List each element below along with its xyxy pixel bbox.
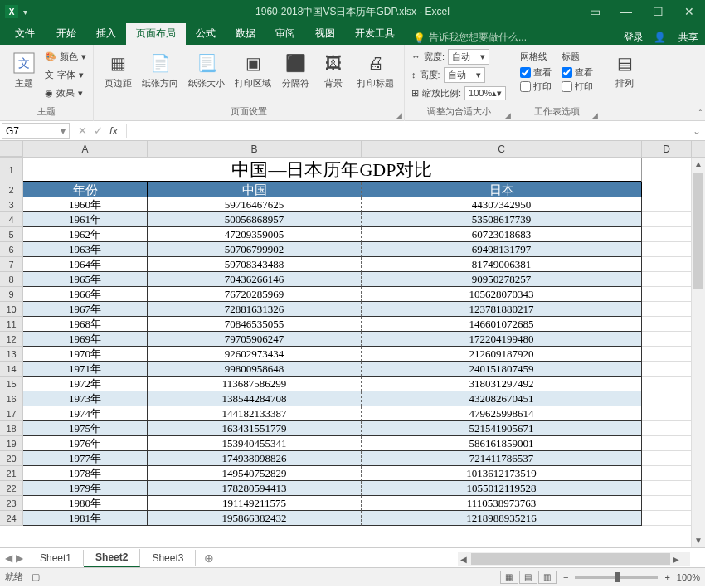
tab-page-layout[interactable]: 页面布局 [126, 22, 186, 45]
cell[interactable]: 76720285969 [148, 287, 362, 302]
maximize-button[interactable]: ☐ [642, 0, 673, 23]
row-header[interactable]: 22 [0, 481, 23, 496]
row-header[interactable]: 13 [0, 347, 23, 362]
print-area-button[interactable]: ▣打印区域 [231, 48, 275, 105]
cell[interactable]: 1978年 [23, 466, 148, 481]
cell[interactable]: 1963年 [23, 242, 148, 257]
row-header[interactable]: 18 [0, 421, 23, 436]
sheet-nav-next[interactable]: ▶ [16, 552, 23, 564]
cell[interactable]: 149540752829 [148, 466, 362, 481]
cell[interactable]: 70846535055 [148, 317, 362, 332]
row-header[interactable]: 2 [0, 182, 23, 197]
cell[interactable]: 1970年 [23, 347, 148, 362]
gridlines-view-checkbox[interactable]: 查看 [520, 66, 552, 79]
row-header[interactable]: 15 [0, 377, 23, 391]
cell[interactable]: 1110538973763 [362, 496, 642, 511]
tab-view[interactable]: 视图 [305, 22, 345, 45]
cell[interactable]: 92602973434 [148, 347, 362, 362]
theme-effects-button[interactable]: ◉效果▾ [45, 85, 86, 101]
cell[interactable]: 163431551779 [148, 421, 362, 436]
cell[interactable]: 586161859001 [362, 436, 642, 451]
cell[interactable]: 1055012119528 [362, 481, 642, 496]
cell[interactable]: 174938098826 [148, 451, 362, 466]
cell[interactable]: 123781880217 [362, 302, 642, 317]
cell[interactable]: 59716467625 [148, 197, 362, 212]
cell[interactable]: 144182133387 [148, 406, 362, 421]
cell[interactable]: 1967年 [23, 302, 148, 317]
header-year[interactable]: 年份 [23, 182, 148, 197]
cell[interactable]: 1960年 [23, 197, 148, 212]
row-header[interactable]: 12 [0, 332, 23, 347]
hscroll-left-icon[interactable]: ◀ [458, 555, 469, 564]
view-normal-button[interactable]: ▦ [500, 571, 518, 584]
height-select[interactable]: 自动▾ [444, 67, 485, 83]
zoom-level[interactable]: 100% [677, 572, 700, 582]
cell[interactable]: 1218988935216 [362, 511, 642, 526]
row-header[interactable]: 11 [0, 317, 23, 332]
margins-button[interactable]: ▦页边距 [100, 48, 135, 105]
cell[interactable]: 1980年 [23, 496, 148, 511]
size-button[interactable]: 📃纸张大小 [185, 48, 228, 105]
row-header[interactable]: 24 [0, 511, 23, 526]
share-button[interactable]: 👤 共享 [654, 31, 698, 45]
horizontal-scrollbar[interactable]: ◀ ▶ [458, 552, 690, 566]
sheet-tab-1[interactable]: Sheet1 [28, 550, 84, 566]
orientation-button[interactable]: 📄纸张方向 [139, 48, 182, 105]
header-china[interactable]: 中国 [148, 182, 362, 197]
cell[interactable]: 60723018683 [362, 227, 642, 242]
worksheet[interactable]: A B C D 1中国—日本历年GDP对比2年份中国日本31960年597164… [0, 141, 705, 547]
enter-formula-icon[interactable]: ✓ [94, 124, 103, 137]
scroll-up-icon[interactable]: ▲ [692, 158, 705, 171]
login-link[interactable]: 登录 [624, 31, 644, 45]
cell[interactable]: 70436266146 [148, 272, 362, 287]
sheet-tab-3[interactable]: Sheet3 [140, 550, 196, 566]
cell[interactable]: 1972年 [23, 377, 148, 391]
col-header-a[interactable]: A [23, 141, 148, 157]
row-header[interactable]: 6 [0, 242, 23, 257]
cell[interactable]: 1981年 [23, 511, 148, 526]
cell[interactable]: 1966年 [23, 287, 148, 302]
cancel-formula-icon[interactable]: ✕ [78, 124, 87, 137]
width-select[interactable]: 自动▾ [448, 49, 489, 65]
cell[interactable]: 59708343488 [148, 257, 362, 272]
scale-select[interactable]: 100%▴▾ [464, 86, 506, 100]
row-header[interactable]: 14 [0, 362, 23, 377]
select-all-corner[interactable] [0, 141, 23, 157]
row-header[interactable]: 9 [0, 287, 23, 302]
theme-colors-button[interactable]: 🎨颜色▾ [45, 48, 86, 65]
headings-view-checkbox[interactable]: 查看 [562, 66, 593, 79]
cell[interactable]: 1013612173519 [362, 466, 642, 481]
tab-insert[interactable]: 插入 [86, 22, 126, 45]
tab-file[interactable]: 文件 [3, 22, 46, 45]
themes-button[interactable]: 文 主题 [7, 48, 41, 105]
cell[interactable]: 721411786537 [362, 451, 642, 466]
cell[interactable]: 138544284708 [148, 391, 362, 406]
cell[interactable]: 1977年 [23, 451, 148, 466]
cell[interactable]: 212609187920 [362, 347, 642, 362]
cell[interactable]: 53508617739 [362, 212, 642, 227]
cell[interactable]: 178280594413 [148, 481, 362, 496]
cell[interactable]: 105628070343 [362, 287, 642, 302]
tell-me-search[interactable]: 💡告诉我您想要做什么... [413, 31, 527, 45]
formula-input[interactable] [126, 124, 688, 138]
tab-developer[interactable]: 开发工具 [345, 22, 405, 45]
cell[interactable]: 113687586299 [148, 377, 362, 391]
cell[interactable]: 1961年 [23, 212, 148, 227]
row-header[interactable]: 17 [0, 406, 23, 421]
row-header[interactable]: 21 [0, 466, 23, 481]
row-header[interactable]: 16 [0, 391, 23, 406]
row-header[interactable]: 20 [0, 451, 23, 466]
hscroll-right-icon[interactable]: ▶ [670, 555, 682, 564]
sheet-nav-prev[interactable]: ◀ [5, 552, 12, 564]
background-button[interactable]: 🖼背景 [316, 48, 351, 105]
row-header[interactable]: 8 [0, 272, 23, 287]
theme-fonts-button[interactable]: 文字体▾ [45, 66, 86, 83]
cell[interactable]: 81749006381 [362, 257, 642, 272]
headings-print-checkbox[interactable]: 打印 [562, 80, 593, 93]
header-japan[interactable]: 日本 [362, 182, 642, 197]
row-header[interactable]: 3 [0, 197, 23, 212]
cell[interactable]: 318031297492 [362, 377, 642, 391]
close-button[interactable]: ✕ [673, 0, 705, 23]
new-sheet-button[interactable]: ⊕ [196, 552, 222, 565]
cell[interactable]: 479625998614 [362, 406, 642, 421]
